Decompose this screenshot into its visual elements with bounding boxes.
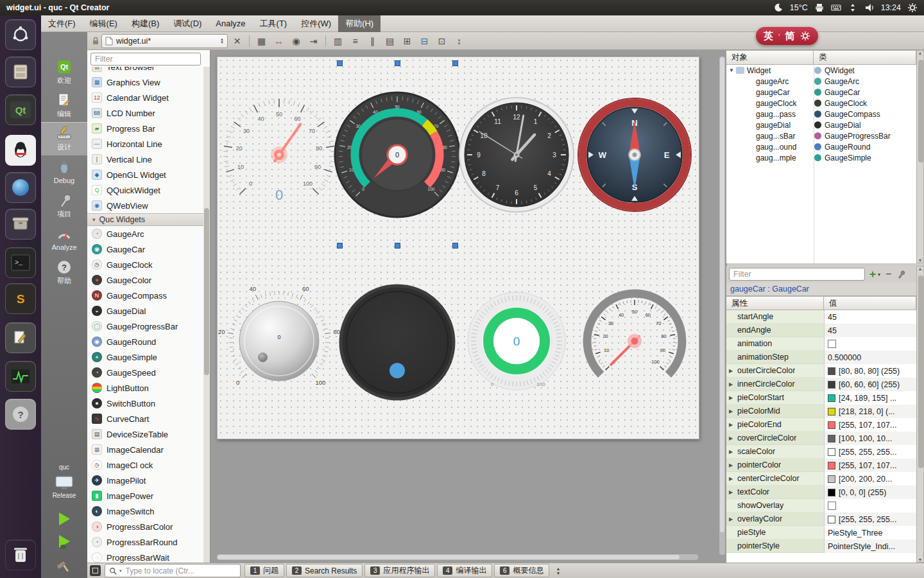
object-tree-row[interactable]: gaugeArc GaugeArc — [726, 76, 916, 87]
selection-handle[interactable] — [395, 243, 400, 249]
document-spinner[interactable]: ▲▼ — [220, 38, 224, 44]
input-method-indicator[interactable]: 英 ’ 简 — [756, 27, 818, 45]
menu-item[interactable]: 文件(F) — [41, 15, 83, 32]
edit-buddies-button[interactable]: ◉ — [288, 34, 304, 48]
property-value[interactable]: [255, 255, 255... — [839, 448, 896, 457]
temperature-indicator[interactable]: 15°C — [790, 3, 808, 12]
object-tree-row[interactable]: gaug...sBar GaugeProgressBar — [726, 130, 916, 141]
menu-item[interactable]: 控件(W) — [294, 15, 338, 32]
mode-item-edit[interactable]: 编辑 — [41, 89, 87, 122]
widget-list-item[interactable]: | Vertical Line — [87, 152, 203, 167]
form-canvas[interactable]: 01020304050607080901000 0102030405060708… — [217, 57, 699, 439]
property-row[interactable]: ▶ pieColorEnd [255, 107, 107... — [726, 418, 916, 432]
terminal-icon[interactable]: >_ — [5, 247, 36, 278]
qq-icon[interactable] — [5, 135, 36, 166]
widget-list-item[interactable]: ▦ Graphics View — [87, 74, 203, 90]
selection-handle[interactable] — [452, 60, 458, 66]
weather-icon[interactable] — [773, 3, 783, 13]
edit-widgets-button[interactable]: ▦ — [253, 34, 270, 48]
layout-horizontal-button[interactable]: ▥ — [330, 34, 346, 48]
widget-list-item[interactable]: ◐ ImageSwitch — [87, 504, 203, 519]
adjust-size-button[interactable]: ↕ — [451, 34, 467, 48]
property-checkbox[interactable] — [828, 502, 836, 510]
menu-item[interactable]: 构建(B) — [124, 15, 166, 32]
editor-vscrollbar[interactable] — [719, 57, 725, 555]
property-value[interactable]: [24, 189, 155] ... — [839, 394, 896, 403]
sync-arrows-icon[interactable] — [848, 3, 858, 13]
property-row[interactable]: ▶ animation — [726, 337, 916, 351]
clock-indicator[interactable]: 13:24 — [881, 3, 901, 12]
property-value[interactable]: 45 — [828, 326, 837, 335]
property-value[interactable]: [200, 200, 20... — [839, 475, 892, 484]
widget-list-item[interactable]: — Horizontal Line — [87, 136, 203, 152]
expand-arrow-icon[interactable]: ▶ — [726, 489, 737, 495]
volume-icon[interactable] — [864, 3, 875, 13]
menu-item[interactable]: 调试(D) — [166, 15, 209, 32]
property-filter-input[interactable] — [729, 268, 865, 281]
object-inspector-scrollbar[interactable]: ▲▼ — [916, 50, 924, 263]
object-tree-row[interactable]: gaug...mple GaugeSimple — [726, 152, 916, 163]
help-viewer-icon[interactable]: ? — [5, 399, 36, 430]
mode-item-welcome[interactable]: Qt 欢迎 — [41, 55, 87, 89]
property-value[interactable]: [255, 107, 107... — [839, 461, 896, 470]
expand-arrow-icon[interactable]: ▶ — [726, 368, 737, 374]
selection-handle[interactable] — [337, 243, 343, 249]
gauge-clock-widget[interactable]: 123456789101112 — [452, 91, 581, 219]
column-header-value[interactable]: 值 — [824, 296, 916, 310]
column-header-property[interactable]: 属性 — [726, 296, 824, 310]
property-row[interactable]: ▶ startAngle 45 — [726, 310, 916, 324]
selection-handle[interactable] — [452, 243, 458, 249]
widget-list-item[interactable]: ▥ Text Browser — [87, 67, 203, 74]
property-row[interactable]: ▶ scaleColor [255, 255, 255... — [726, 445, 916, 459]
property-value[interactable]: [100, 100, 10... — [839, 434, 892, 443]
qt-creator-icon[interactable]: Qt — [5, 94, 36, 125]
property-row[interactable]: ▶ pieStyle PieStyle_Three — [726, 526, 916, 539]
layout-grid-button[interactable]: ⊟ — [416, 34, 432, 48]
session-gear-icon[interactable] — [907, 3, 918, 13]
expand-arrow-icon[interactable]: ▶ — [726, 408, 737, 414]
sublime-text-icon[interactable]: S — [5, 283, 36, 314]
widget-list-item[interactable]: ◷ GaugeClock — [87, 257, 203, 272]
property-row[interactable]: ▶ textColor [0, 0, 0] (255) — [726, 486, 916, 499]
widget-list-item[interactable]: Q QQuickWidget — [87, 182, 203, 198]
property-row[interactable]: ▶ overlayColor [255, 255, 255... — [726, 512, 916, 526]
widget-list-item[interactable]: ◔ ProgressBarRound — [87, 534, 203, 550]
run-button[interactable] — [59, 512, 70, 525]
property-value[interactable]: 45 — [828, 313, 837, 322]
locator-input[interactable] — [124, 566, 236, 576]
expand-arrow-icon[interactable]: ▶ — [726, 476, 737, 482]
gauge-simple-widget[interactable] — [333, 278, 461, 407]
property-row[interactable]: ▶ pieColorMid [218, 218, 0] (... — [726, 405, 916, 418]
menu-item[interactable]: 工具(T) — [253, 15, 295, 32]
widget-list-item[interactable]: ◉ GaugeRound — [87, 334, 203, 349]
widget-list-item[interactable]: ▰ Progress Bar — [87, 121, 203, 136]
expand-arrow-icon[interactable]: ▶ — [726, 435, 737, 441]
property-value[interactable]: 0.500000 — [828, 353, 861, 362]
object-tree-row[interactable]: gaug...ound GaugeRound — [726, 141, 916, 152]
property-value[interactable]: [255, 107, 107... — [839, 421, 896, 430]
widget-list-item[interactable]: 12 Calendar Widget — [87, 90, 203, 105]
widget-list-item[interactable]: ∿ CurveChart — [87, 411, 203, 426]
property-value[interactable]: [80, 80, 80] (255) — [839, 367, 900, 376]
output-pane-button[interactable]: 4 编译输出 — [437, 564, 492, 577]
output-pane-button[interactable]: 2 Search Results — [286, 564, 363, 577]
widget-group-header[interactable]: ▾ Quc Widgets — [87, 213, 203, 226]
widget-list-item[interactable]: ◉ GaugeCar — [87, 241, 203, 257]
property-row[interactable]: ▶ endAngle 45 — [726, 324, 916, 337]
property-value[interactable]: PointerStyle_Indi... — [828, 542, 895, 551]
expand-arrow-icon[interactable]: ▶ — [726, 422, 737, 428]
column-header-class[interactable]: 类 — [814, 50, 916, 65]
widget-list-item[interactable]: LightButton — [87, 380, 203, 396]
expand-arrow-icon[interactable]: ▶ — [726, 462, 737, 468]
property-editor-scrollbar[interactable]: ▲▼ — [916, 266, 924, 563]
widget-list-item[interactable]: ◔ GaugeSpeed — [87, 365, 203, 380]
ime-gear-icon[interactable] — [800, 31, 810, 41]
widget-list-item[interactable]: ✈ ImagePilot — [87, 473, 203, 488]
text-editor-icon[interactable] — [5, 322, 36, 353]
mode-item-projects[interactable]: 项目 — [41, 189, 87, 222]
widget-list-item[interactable]: ● GaugeColor — [87, 272, 203, 288]
mode-item-help[interactable]: ? 帮助 — [41, 256, 87, 289]
keyboard-icon[interactable] — [831, 3, 841, 13]
widget-list-item[interactable]: N GaugeCompass — [87, 288, 203, 303]
layout-splitter-v-button[interactable]: ▤ — [382, 34, 398, 48]
